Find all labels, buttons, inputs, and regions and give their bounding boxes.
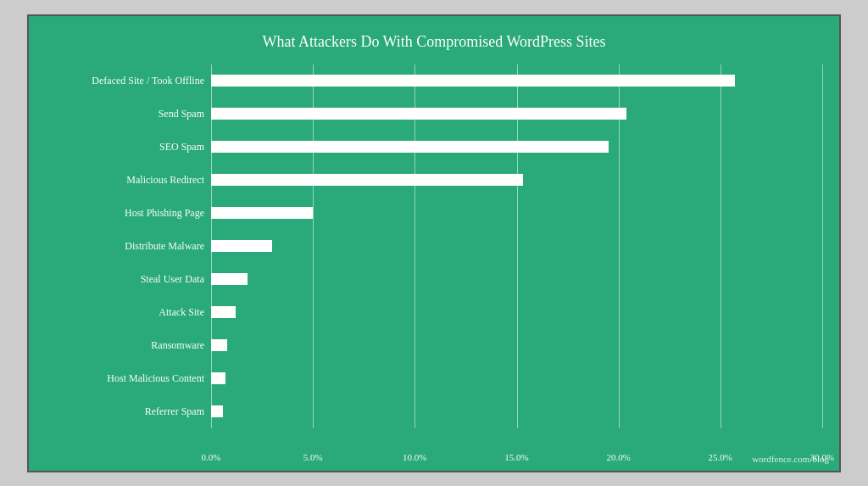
bar-row xyxy=(211,205,822,221)
watermark: wordfence.com/blog xyxy=(752,454,829,464)
bar xyxy=(211,339,227,351)
y-label: Send Spam xyxy=(46,108,204,120)
y-label: SEO Spam xyxy=(46,141,204,153)
bar-row xyxy=(211,73,822,88)
x-axis-label: 10.0% xyxy=(403,452,426,462)
grid-line xyxy=(822,64,823,428)
bar-row xyxy=(211,338,822,353)
bar xyxy=(211,75,735,87)
y-label: Ransomware xyxy=(46,339,204,351)
bar-row xyxy=(211,304,822,320)
bar-row xyxy=(211,139,822,154)
bar xyxy=(211,372,225,384)
y-label: Defaced Site / Took Offline xyxy=(46,75,204,87)
bar-row xyxy=(211,238,822,254)
bar-row xyxy=(211,404,822,419)
bar xyxy=(211,273,248,285)
chart-title: What Attackers Do With Compromised WordP… xyxy=(46,33,822,51)
y-label: Malicious Redirect xyxy=(46,174,204,186)
y-label: Attack Site xyxy=(46,306,204,318)
chart-container: What Attackers Do With Compromised WordP… xyxy=(27,14,841,472)
x-axis-label: 5.0% xyxy=(303,452,323,462)
x-axis-label: 15.0% xyxy=(504,452,528,462)
bar-row xyxy=(211,371,822,386)
y-label: Referrer Spam xyxy=(46,405,204,417)
bar-row xyxy=(211,106,822,121)
bar-row xyxy=(211,271,822,287)
y-label: Distribute Malware xyxy=(46,240,204,252)
bar xyxy=(211,108,626,120)
bar xyxy=(211,174,523,186)
bars-area: 0.0%5.0%10.0%15.0%20.0%25.0%30.0% xyxy=(211,64,822,428)
x-axis-label: 25.0% xyxy=(709,452,732,462)
y-label: Host Phishing Page xyxy=(46,207,204,219)
x-axis-label: 0.0% xyxy=(202,452,221,462)
bar-row xyxy=(211,172,822,187)
chart-body: Defaced Site / Took OfflineSend SpamSEO … xyxy=(46,64,822,428)
bar xyxy=(211,306,236,318)
bar xyxy=(211,141,609,153)
bar xyxy=(211,405,223,417)
x-axis-label: 20.0% xyxy=(606,452,630,462)
y-labels: Defaced Site / Took OfflineSend SpamSEO … xyxy=(46,64,211,428)
y-label: Host Malicious Content xyxy=(46,372,204,384)
bar xyxy=(211,240,272,252)
bar xyxy=(211,207,313,219)
y-label: Steal User Data xyxy=(46,273,204,285)
